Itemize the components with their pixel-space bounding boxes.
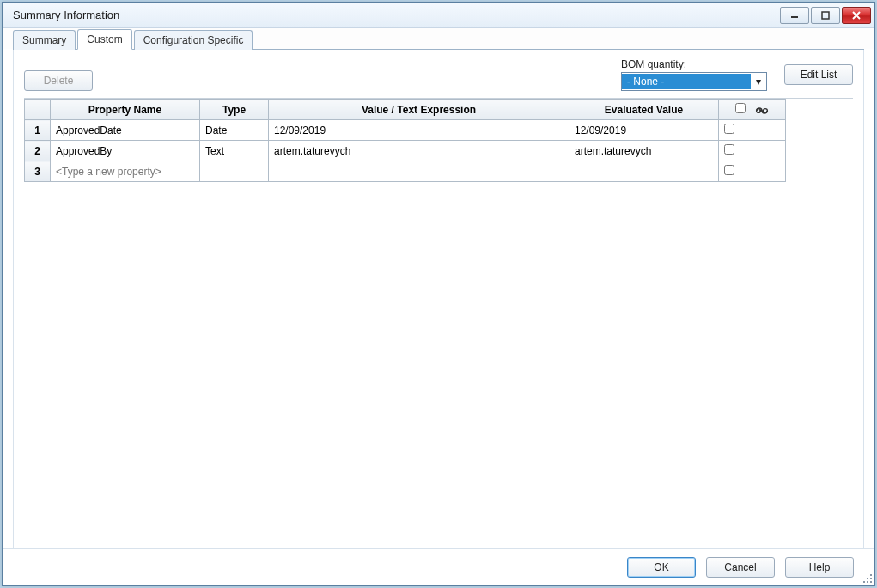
table-row[interactable]: 1 ApprovedDate Date 12/09/2019 12/09/201… xyxy=(25,120,786,141)
window-title: Summary Information xyxy=(13,9,780,21)
properties-table: Property Name Type Value / Text Expressi… xyxy=(24,99,786,182)
row-number[interactable]: 2 xyxy=(25,141,51,161)
cell-type[interactable]: Date xyxy=(200,120,269,141)
header-link[interactable] xyxy=(719,100,786,120)
ok-button[interactable]: OK xyxy=(627,557,696,578)
tab-custom[interactable]: Custom xyxy=(77,29,131,50)
cell-evaluated[interactable]: artem.taturevych xyxy=(569,141,719,161)
cell-type[interactable]: Text xyxy=(200,141,269,161)
header-value[interactable]: Value / Text Expression xyxy=(269,100,569,120)
table-row-new[interactable]: 3 <Type a new property> xyxy=(25,161,786,182)
header-evaluated[interactable]: Evaluated Value xyxy=(569,100,719,120)
close-button[interactable] xyxy=(842,7,871,24)
cell-value[interactable]: artem.taturevych xyxy=(269,141,569,161)
cell-evaluated[interactable]: 12/09/2019 xyxy=(569,120,719,141)
maximize-button[interactable] xyxy=(811,7,840,24)
bom-quantity-label: BOM quantity: xyxy=(621,58,767,70)
cell-value[interactable] xyxy=(269,161,569,182)
table-row[interactable]: 2 ApprovedBy Text artem.taturevych artem… xyxy=(25,141,786,161)
cell-property-name[interactable]: ApprovedBy xyxy=(51,141,200,161)
edit-list-button[interactable]: Edit List xyxy=(784,64,853,85)
resize-grip-icon[interactable] xyxy=(860,571,872,583)
link-icon xyxy=(755,104,769,116)
link-checkbox[interactable] xyxy=(724,165,734,175)
minimize-button[interactable] xyxy=(780,7,809,24)
bom-row: BOM quantity: - None - ▾ Edit List xyxy=(621,58,853,91)
bom-quantity-dropdown[interactable]: - None - ▾ xyxy=(621,72,767,91)
tab-panel-custom: Delete BOM quantity: - None - ▾ Edit Lis… xyxy=(13,50,864,548)
bom-quantity-value: - None - xyxy=(622,74,751,89)
dialog-window: Summary Information Summary Custom Confi… xyxy=(2,2,875,586)
new-property-placeholder[interactable]: <Type a new property> xyxy=(51,161,200,182)
link-checkbox[interactable] xyxy=(724,144,734,155)
chevron-down-icon: ▾ xyxy=(751,76,766,88)
cell-property-name[interactable]: ApprovedDate xyxy=(51,120,200,141)
window-buttons xyxy=(780,7,871,24)
properties-table-wrap[interactable]: Property Name Type Value / Text Expressi… xyxy=(24,98,853,548)
header-type[interactable]: Type xyxy=(200,100,269,120)
tab-summary[interactable]: Summary xyxy=(13,30,76,50)
cell-type[interactable] xyxy=(200,161,269,182)
dialog-footer: OK Cancel Help xyxy=(3,548,874,585)
help-button[interactable]: Help xyxy=(785,557,854,578)
titlebar[interactable]: Summary Information xyxy=(3,3,874,28)
delete-button[interactable]: Delete xyxy=(24,70,93,91)
content-area: Summary Custom Configuration Specific De… xyxy=(3,28,874,585)
cancel-button[interactable]: Cancel xyxy=(706,557,775,578)
row-number[interactable]: 1 xyxy=(25,120,51,141)
link-checkbox[interactable] xyxy=(724,124,734,134)
row-number[interactable]: 3 xyxy=(25,161,51,182)
cell-link[interactable] xyxy=(719,141,786,161)
cell-link[interactable] xyxy=(719,120,786,141)
cell-evaluated[interactable] xyxy=(569,161,719,182)
toolbar-area: Delete BOM quantity: - None - ▾ Edit Lis… xyxy=(24,58,853,91)
tab-bar: Summary Custom Configuration Specific xyxy=(3,28,874,49)
header-checkbox[interactable] xyxy=(735,103,746,113)
svg-rect-1 xyxy=(822,12,829,19)
header-property-name[interactable]: Property Name xyxy=(51,100,200,120)
table-corner[interactable] xyxy=(25,100,51,120)
cell-value[interactable]: 12/09/2019 xyxy=(269,120,569,141)
tab-configuration-specific[interactable]: Configuration Specific xyxy=(134,30,253,50)
cell-link[interactable] xyxy=(719,161,786,182)
